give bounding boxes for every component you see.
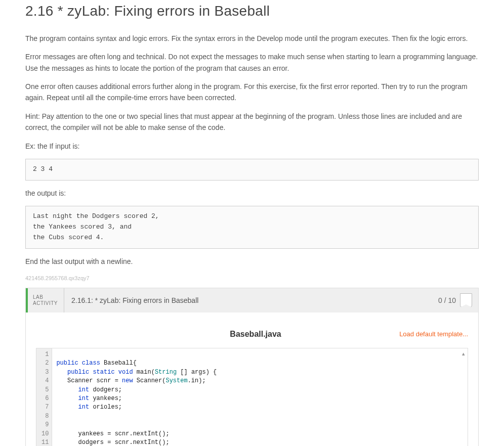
lab-label-line1: LAB	[33, 294, 58, 300]
lab-score: 0 / 10	[432, 288, 478, 313]
score-text: 0 / 10	[438, 295, 456, 306]
lab-card: LAB ACTIVITY 2.16.1: * zyLab: Fixing err…	[25, 288, 479, 446]
scroll-up-icon[interactable]: ▴	[462, 349, 465, 359]
random-id: 421458.2955768.qx3zqy7	[25, 274, 479, 283]
page-title: 2.16 * zyLab: Fixing errors in Baseball	[25, 0, 479, 23]
intro-paragraph-1: The program contains syntax and logic er…	[25, 33, 479, 44]
intro-paragraph-2: Error messages are often long and techni…	[25, 51, 479, 74]
lab-title: 2.16.1: * zyLab: Fixing errors in Baseba…	[64, 288, 432, 313]
intro-paragraph-3: One error often causes additional errors…	[25, 81, 479, 104]
newline-note: End the last output with a newline.	[25, 256, 479, 267]
example-input-box: 2 3 4	[25, 159, 479, 181]
example-input-label: Ex: the If input is:	[25, 141, 479, 152]
editor-topbar: Baseball.java Load default template...	[36, 328, 468, 348]
editor-wrap: Baseball.java Load default template... 1…	[26, 313, 478, 446]
example-output-box: Last night the Dodgers scored 2, the Yan…	[25, 206, 479, 248]
example-output-label: the output is:	[25, 188, 479, 199]
score-badge-icon	[460, 293, 472, 307]
lab-header: LAB ACTIVITY 2.16.1: * zyLab: Fixing err…	[26, 288, 478, 313]
load-default-template-link[interactable]: Load default template...	[399, 329, 468, 340]
lab-activity-label: LAB ACTIVITY	[28, 288, 64, 313]
intro-paragraph-4: Hint: Pay attention to the one or two sp…	[25, 111, 479, 133]
lab-label-line2: ACTIVITY	[33, 300, 58, 306]
code-area[interactable]: public class Baseball{ public static voi…	[52, 348, 468, 446]
line-number-gutter: 1 2 3 4 5 6 7 8 9 10 11 12 13 14 15 16 1…	[36, 348, 52, 446]
code-editor[interactable]: 1 2 3 4 5 6 7 8 9 10 11 12 13 14 15 16 1…	[36, 348, 468, 446]
editor-scrollbar[interactable]: ▴ ▾	[460, 349, 467, 446]
filename: Baseball.java	[112, 328, 399, 341]
page-root: 2.16 * zyLab: Fixing errors in Baseball …	[0, 0, 504, 446]
